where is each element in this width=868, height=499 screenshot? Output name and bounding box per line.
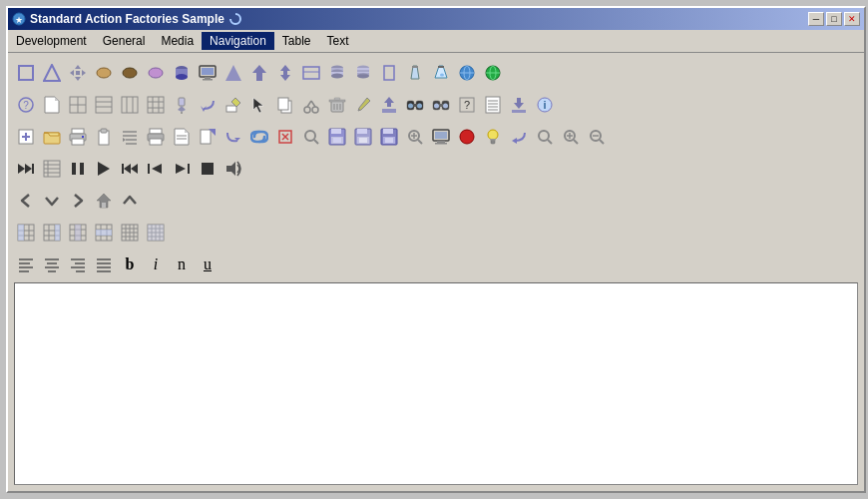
btn-flask[interactable] <box>403 61 427 85</box>
btn-media-pause[interactable] <box>66 157 90 181</box>
btn-nav-back[interactable] <box>14 189 38 213</box>
btn-flask2[interactable] <box>429 61 453 85</box>
btn-binoculars[interactable] <box>403 93 427 117</box>
btn-align-center[interactable] <box>40 252 64 276</box>
btn-db2[interactable] <box>351 61 375 85</box>
menu-text[interactable]: Text <box>319 32 357 50</box>
btn-floppy3[interactable] <box>377 125 401 149</box>
btn-underline[interactable]: u <box>196 252 219 276</box>
btn-zoom-in[interactable] <box>559 125 583 149</box>
btn-media-forward[interactable] <box>170 157 194 181</box>
menu-general[interactable]: General <box>95 32 154 50</box>
btn-oval-purple[interactable] <box>144 61 168 85</box>
btn-italic[interactable]: i <box>144 252 168 276</box>
btn-normal[interactable]: n <box>170 252 194 276</box>
menu-navigation[interactable]: Navigation <box>202 32 274 50</box>
btn-rect-pattern[interactable] <box>299 61 323 85</box>
btn-oval[interactable] <box>92 61 116 85</box>
btn-table-col[interactable] <box>66 221 90 245</box>
btn-info[interactable]: i <box>533 93 557 117</box>
btn-globe[interactable] <box>455 61 479 85</box>
btn-pencil[interactable] <box>351 93 375 117</box>
btn-download[interactable] <box>507 93 531 117</box>
btn-floppy2[interactable] <box>351 125 375 149</box>
btn-doc2[interactable] <box>170 125 194 149</box>
btn-help-circle[interactable]: ? <box>14 93 38 117</box>
btn-table-col-right[interactable] <box>40 221 64 245</box>
btn-link[interactable] <box>247 125 271 149</box>
btn-stop-red[interactable] <box>455 125 479 149</box>
btn-media-play[interactable] <box>92 157 116 181</box>
btn-cursor[interactable] <box>247 93 271 117</box>
btn-help-q[interactable]: ? <box>455 93 479 117</box>
btn-media-stop[interactable] <box>196 157 219 181</box>
btn-search2[interactable] <box>533 125 557 149</box>
btn-table-row2[interactable] <box>118 221 142 245</box>
btn-new-arrow[interactable] <box>196 125 219 149</box>
menu-development[interactable]: Development <box>8 32 95 50</box>
btn-globe2[interactable] <box>481 61 505 85</box>
btn-monitor[interactable] <box>196 61 219 85</box>
btn-cut[interactable] <box>299 93 323 117</box>
btn-align-left[interactable] <box>14 252 38 276</box>
btn-move[interactable] <box>66 61 90 85</box>
btn-columns[interactable] <box>118 93 142 117</box>
btn-grid2x2[interactable] <box>66 93 90 117</box>
btn-nav-down[interactable] <box>40 189 64 213</box>
btn-print[interactable] <box>66 125 90 149</box>
btn-new-doc[interactable] <box>40 93 64 117</box>
btn-media-list[interactable] <box>40 157 64 181</box>
btn-search-zoom[interactable] <box>403 125 427 149</box>
btn-undo[interactable] <box>507 125 531 149</box>
btn-grid-small[interactable] <box>144 93 168 117</box>
btn-floppy[interactable] <box>325 125 349 149</box>
btn-delete-list[interactable] <box>273 125 297 149</box>
btn-new-plus[interactable] <box>14 125 38 149</box>
btn-table-grid[interactable] <box>144 221 168 245</box>
btn-nav-home[interactable] <box>92 189 116 213</box>
btn-monitor2[interactable] <box>429 125 453 149</box>
btn-media-volume[interactable] <box>221 157 245 181</box>
btn-folder[interactable] <box>40 125 64 149</box>
btn-grid-variant[interactable] <box>92 93 116 117</box>
btn-binoculars2[interactable] <box>429 93 453 117</box>
btn-arrow-up[interactable] <box>247 61 271 85</box>
btn-bulb[interactable] <box>481 125 505 149</box>
btn-print2[interactable] <box>144 125 168 149</box>
btn-square[interactable] <box>14 61 38 85</box>
btn-indent[interactable] <box>118 125 142 149</box>
btn-triangle[interactable] <box>40 61 64 85</box>
btn-nav-forward[interactable] <box>66 189 90 213</box>
btn-find[interactable] <box>299 125 323 149</box>
btn-media-back[interactable] <box>144 157 168 181</box>
btn-media-rewind[interactable] <box>118 157 142 181</box>
menu-table[interactable]: Table <box>274 32 319 50</box>
btn-oval-dark[interactable] <box>118 61 142 85</box>
btn-arrow-back[interactable] <box>196 93 219 117</box>
btn-justify[interactable] <box>92 252 116 276</box>
menu-media[interactable]: Media <box>153 32 202 50</box>
btn-edit[interactable] <box>221 93 245 117</box>
btn-copy[interactable] <box>273 93 297 117</box>
btn-pin[interactable] <box>170 93 194 117</box>
btn-cylinder[interactable] <box>170 61 194 85</box>
btn-paste[interactable] <box>92 125 116 149</box>
btn-db[interactable] <box>325 61 349 85</box>
btn-doc-list[interactable] <box>481 93 505 117</box>
btn-table-col-left[interactable] <box>14 221 38 245</box>
btn-media-fastforward[interactable] <box>14 157 38 181</box>
btn-double-arrow[interactable] <box>273 61 297 85</box>
btn-table-row[interactable] <box>92 221 116 245</box>
minimize-button[interactable]: ─ <box>808 12 824 26</box>
btn-bold[interactable]: b <box>118 252 142 276</box>
btn-redo[interactable] <box>221 125 245 149</box>
btn-trash[interactable] <box>325 93 349 117</box>
close-button[interactable]: ✕ <box>844 12 860 26</box>
btn-zoom-out[interactable] <box>585 125 609 149</box>
btn-upload[interactable] <box>377 93 401 117</box>
btn-triangle-solid[interactable] <box>221 61 245 85</box>
btn-nav-up[interactable] <box>118 189 142 213</box>
btn-thin-rect[interactable] <box>377 61 401 85</box>
maximize-button[interactable]: □ <box>826 12 842 26</box>
btn-align-right[interactable] <box>66 252 90 276</box>
